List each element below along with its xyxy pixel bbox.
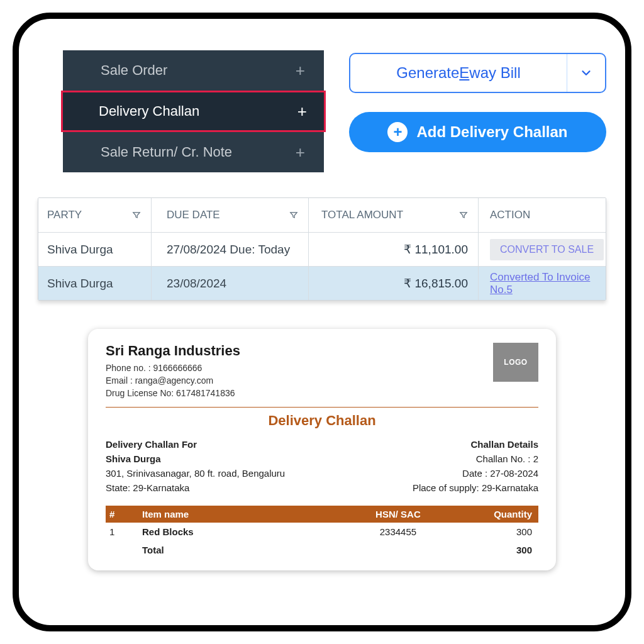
- doc-header: Sri Ranga Industries Phone no. : 9166666…: [106, 343, 538, 401]
- filter-icon[interactable]: [132, 211, 141, 219]
- cell-party: Shiva Durga: [38, 233, 152, 266]
- header-due-date: DUE DATE: [152, 198, 309, 232]
- table-row[interactable]: Shiva Durga 27/08/2024 Due: Today ₹ 11,1…: [38, 232, 606, 266]
- table-header-row: PARTY DUE DATE TOTAL AMOUNT ACTION: [38, 198, 606, 232]
- header-total-amount: TOTAL AMOUNT: [309, 198, 479, 232]
- challan-no: Challan No. : 2: [413, 453, 538, 464]
- header-action: ACTION: [479, 198, 606, 232]
- header-action-label: ACTION: [490, 209, 530, 221]
- eway-text-prefix: Generate: [396, 64, 459, 82]
- challan-date: Date : 27-08-2024: [413, 468, 538, 479]
- menu-sale-order[interactable]: Sale Order +: [63, 50, 324, 91]
- blank: [331, 545, 465, 555]
- email-label: Email :: [106, 375, 135, 386]
- company-phone: Phone no. : 9166666666: [106, 363, 240, 373]
- menu-label: Delivery Challan: [99, 103, 199, 119]
- doc-meta: Delivery Challan For Shiva Durga 301, Sr…: [106, 439, 538, 497]
- license-value: 617481741836: [176, 388, 235, 398]
- due-text: 23/08/2024: [167, 277, 226, 291]
- phone-label: Phone no. :: [106, 363, 153, 373]
- filter-icon[interactable]: [459, 211, 468, 219]
- total-row: Total 300: [106, 541, 538, 559]
- total-qty: 300: [465, 545, 535, 555]
- item-row: 1 Red Blocks 2334455 300: [106, 523, 538, 541]
- item-qty: 300: [465, 526, 535, 537]
- col-qty: Quantity: [465, 509, 535, 519]
- cell-amount: ₹ 16,815.00: [309, 267, 479, 300]
- action-buttons: Generate Eway Bill + Add Delivery Challa…: [349, 53, 606, 152]
- generate-eway-button[interactable]: Generate Eway Bill: [349, 53, 606, 93]
- recipient-heading: Delivery Challan For: [106, 439, 285, 450]
- email-value: ranga@agency.com: [135, 375, 213, 386]
- header-due-label: DUE DATE: [167, 209, 220, 221]
- cell-action: Converted To Invoice No.5: [479, 267, 606, 300]
- company-name: Sri Ranga Industries: [106, 343, 240, 359]
- eway-dropdown-caret[interactable]: [567, 54, 605, 92]
- blank: [109, 545, 142, 555]
- party-text: Shiva Durga: [47, 277, 113, 291]
- place-of-supply: Place of supply: 29-Karnataka: [413, 482, 538, 493]
- recipient-state: State: 29-Karnataka: [106, 482, 285, 493]
- plus-icon[interactable]: +: [296, 61, 305, 80]
- total-label: Total: [142, 545, 331, 555]
- converted-invoice-link[interactable]: Converted To Invoice No.5: [490, 271, 606, 296]
- menu-label: Sale Order: [101, 62, 167, 79]
- add-dc-label: Add Delivery Challan: [416, 123, 567, 141]
- cell-party: Shiva Durga: [38, 267, 152, 300]
- col-hsn: HSN/ SAC: [331, 509, 465, 519]
- due-text: 27/08/2024 Due: Today: [167, 243, 290, 257]
- chevron-down-icon: [579, 66, 593, 80]
- company-info: Sri Ranga Industries Phone no. : 9166666…: [106, 343, 240, 401]
- app-window: Sale Order + Delivery Challan + Sale Ret…: [13, 13, 631, 631]
- company-license: Drug License No: 617481741836: [106, 388, 240, 398]
- col-item-name: Item name: [142, 509, 331, 519]
- recipient-address: 301, Srinivasanagar, 80 ft. road, Bengal…: [106, 468, 285, 479]
- plus-icon[interactable]: +: [297, 102, 307, 121]
- eway-text-underline: E: [459, 64, 469, 82]
- challan-document-preview: Sri Ranga Industries Phone no. : 9166666…: [88, 329, 556, 570]
- header-party: PARTY: [38, 198, 152, 232]
- menu-delivery-challan[interactable]: Delivery Challan +: [61, 91, 326, 132]
- eway-label: Generate Eway Bill: [350, 54, 567, 92]
- party-text: Shiva Durga: [47, 243, 113, 257]
- items-header-row: # Item name HSN/ SAC Quantity: [106, 506, 538, 523]
- header-amount-label: TOTAL AMOUNT: [321, 209, 403, 221]
- item-num: 1: [109, 526, 142, 537]
- add-delivery-challan-button[interactable]: + Add Delivery Challan: [349, 112, 606, 152]
- top-controls: Sale Order + Delivery Challan + Sale Ret…: [38, 50, 606, 172]
- eway-text-suffix: way Bill: [469, 64, 520, 82]
- recipient-name: Shiva Durga: [106, 453, 285, 464]
- challan-table: PARTY DUE DATE TOTAL AMOUNT ACTION Shiva…: [38, 197, 606, 301]
- phone-value: 9166666666: [153, 363, 203, 373]
- cell-due: 27/08/2024 Due: Today: [152, 233, 309, 266]
- header-party-label: PARTY: [47, 209, 82, 221]
- license-label: Drug License No:: [106, 388, 176, 398]
- divider: [106, 407, 538, 408]
- menu-label: Sale Return/ Cr. Note: [101, 144, 232, 160]
- cell-due: 23/08/2024: [152, 267, 309, 300]
- menu-sale-return[interactable]: Sale Return/ Cr. Note +: [63, 132, 324, 172]
- details-heading: Challan Details: [413, 439, 538, 450]
- item-name: Red Blocks: [142, 526, 331, 537]
- plus-icon[interactable]: +: [296, 143, 305, 162]
- amount-text: ₹ 11,101.00: [404, 242, 468, 257]
- logo-placeholder: LOGO: [493, 343, 538, 382]
- cell-amount: ₹ 11,101.00: [309, 233, 479, 266]
- transaction-type-menu: Sale Order + Delivery Challan + Sale Ret…: [63, 50, 324, 172]
- document-title: Delivery Challan: [106, 413, 538, 429]
- col-num: #: [109, 509, 142, 519]
- amount-text: ₹ 16,815.00: [404, 276, 468, 291]
- recipient-block: Delivery Challan For Shiva Durga 301, Sr…: [106, 439, 285, 497]
- company-email: Email : ranga@agency.com: [106, 375, 240, 386]
- plus-circle-icon: +: [387, 122, 408, 142]
- filter-icon[interactable]: [289, 211, 298, 219]
- table-row[interactable]: Shiva Durga 23/08/2024 ₹ 16,815.00 Conve…: [38, 266, 606, 300]
- convert-to-sale-button[interactable]: CONVERT TO SALE: [490, 239, 604, 260]
- item-hsn: 2334455: [331, 526, 465, 537]
- challan-details-block: Challan Details Challan No. : 2 Date : 2…: [413, 439, 538, 497]
- cell-action: CONVERT TO SALE: [479, 233, 606, 266]
